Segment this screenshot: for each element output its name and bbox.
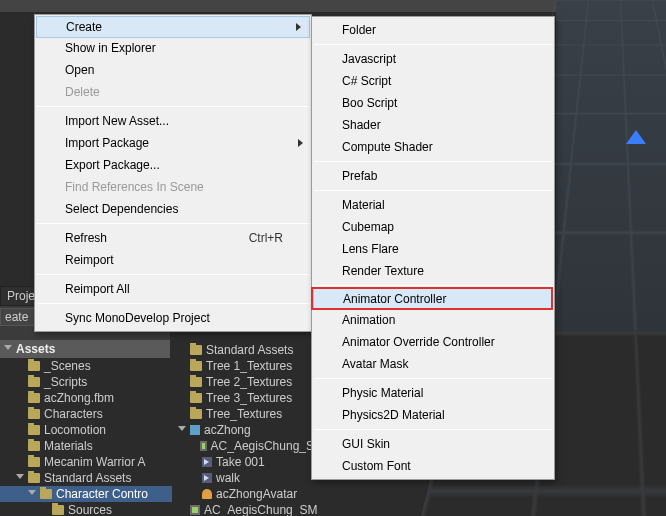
tree-item-label: _Scenes [44, 359, 91, 373]
expand-arrow-icon[interactable] [28, 490, 36, 499]
tree-row[interactable]: Locomotion [0, 422, 172, 438]
menu-item-reimport[interactable]: Reimport [35, 249, 311, 271]
tree-row[interactable]: walk [174, 470, 324, 486]
tree-row[interactable]: Standard Assets [0, 470, 172, 486]
assets-tree-right[interactable]: Standard AssetsTree 1_TexturesTree 2_Tex… [174, 342, 324, 516]
tree-row[interactable]: Tree 2_Textures [174, 374, 324, 390]
menu-item-label: Boo Script [342, 96, 397, 110]
tree-item-label: Take 001 [216, 455, 265, 469]
menu-item-animator-controller[interactable]: Animator Controller [313, 288, 553, 310]
anim-icon [190, 505, 200, 515]
menu-item-import-package[interactable]: Import Package [35, 132, 311, 154]
tree-row[interactable]: _Scripts [0, 374, 172, 390]
menu-item-c-script[interactable]: C# Script [312, 70, 554, 92]
folder-icon [190, 393, 202, 403]
menu-item-label: Find References In Scene [65, 180, 204, 194]
menu-separator [37, 106, 309, 107]
menu-item-label: Sync MonoDevelop Project [65, 311, 210, 325]
tree-row[interactable]: Standard Assets [174, 342, 324, 358]
menu-item-show-in-explorer[interactable]: Show in Explorer [35, 37, 311, 59]
menu-item-label: Import New Asset... [65, 114, 169, 128]
scene-viewport[interactable] [556, 0, 666, 330]
z-axis-gizmo-icon[interactable] [626, 130, 646, 144]
menu-item-export-package[interactable]: Export Package... [35, 154, 311, 176]
menu-item-compute-shader[interactable]: Compute Shader [312, 136, 554, 158]
tree-row[interactable]: Tree 1_Textures [174, 358, 324, 374]
menu-item-refresh[interactable]: RefreshCtrl+R [35, 227, 311, 249]
tree-item-label: Tree 1_Textures [206, 359, 292, 373]
menu-item-render-texture[interactable]: Render Texture [312, 260, 554, 282]
tree-row[interactable]: _Scenes [0, 358, 172, 374]
tree-row[interactable]: Characters [0, 406, 172, 422]
menu-item-folder[interactable]: Folder [312, 19, 554, 41]
menu-separator [314, 161, 552, 162]
menu-item-prefab[interactable]: Prefab [312, 165, 554, 187]
menu-item-material[interactable]: Material [312, 194, 554, 216]
tree-row[interactable]: Mecanim Warrior A [0, 454, 172, 470]
folder-icon [190, 377, 202, 387]
menu-item-lens-flare[interactable]: Lens Flare [312, 238, 554, 260]
tree-row[interactable]: Take 001 [174, 454, 324, 470]
menu-separator [37, 303, 309, 304]
menu-item-sync-monodevelop-project[interactable]: Sync MonoDevelop Project [35, 307, 311, 329]
cube-icon [190, 425, 200, 435]
menu-item-label: Import Package [65, 136, 149, 150]
menu-item-label: Export Package... [65, 158, 160, 172]
tree-row[interactable]: Sources [0, 502, 172, 516]
chevron-down-icon [4, 345, 12, 354]
menu-shortcut: Ctrl+R [249, 231, 283, 245]
menu-item-select-dependencies[interactable]: Select Dependencies [35, 198, 311, 220]
tree-row[interactable]: acZhong.fbm [0, 390, 172, 406]
menu-separator [314, 44, 552, 45]
folder-icon [28, 457, 40, 467]
menu-item-import-new-asset[interactable]: Import New Asset... [35, 110, 311, 132]
menu-item-label: Create [66, 20, 102, 34]
menu-item-label: Reimport [65, 253, 114, 267]
context-menu: CreateShow in ExplorerOpenDeleteImport N… [34, 14, 312, 332]
menu-item-cubemap[interactable]: Cubemap [312, 216, 554, 238]
menu-item-javascript[interactable]: Javascript [312, 48, 554, 70]
clip-icon [202, 457, 212, 467]
menu-item-label: Physics2D Material [342, 408, 445, 422]
menu-item-boo-script[interactable]: Boo Script [312, 92, 554, 114]
menu-item-gui-skin[interactable]: GUI Skin [312, 433, 554, 455]
menu-item-reimport-all[interactable]: Reimport All [35, 278, 311, 300]
tree-row[interactable]: AC_AegisChung_SM [174, 438, 324, 454]
menu-item-physic-material[interactable]: Physic Material [312, 382, 554, 404]
menu-item-physics2d-material[interactable]: Physics2D Material [312, 404, 554, 426]
menu-item-animator-override-controller[interactable]: Animator Override Controller [312, 331, 554, 353]
tree-row[interactable]: AC_AegisChung_SM [174, 502, 324, 516]
anim-icon [200, 441, 207, 451]
expand-arrow-icon[interactable] [16, 474, 24, 483]
menu-item-delete: Delete [35, 81, 311, 103]
menu-item-label: Select Dependencies [65, 202, 178, 216]
assets-header[interactable]: Assets [0, 340, 170, 358]
submenu-arrow-icon [296, 23, 301, 31]
tree-row[interactable]: Character Contro [0, 486, 172, 502]
menu-item-label: Animator Controller [343, 292, 446, 306]
menu-item-animation[interactable]: Animation [312, 309, 554, 331]
tree-row[interactable]: Tree_Textures [174, 406, 324, 422]
tree-row[interactable]: Materials [0, 438, 172, 454]
menu-item-label: Animator Override Controller [342, 335, 495, 349]
menu-item-label: Lens Flare [342, 242, 399, 256]
tree-row[interactable]: Tree 3_Textures [174, 390, 324, 406]
menu-item-custom-font[interactable]: Custom Font [312, 455, 554, 477]
menu-item-label: Avatar Mask [342, 357, 408, 371]
tree-row[interactable]: acZhong [174, 422, 324, 438]
create-submenu: FolderJavascriptC# ScriptBoo ScriptShade… [311, 16, 555, 480]
tree-item-label: Tree 2_Textures [206, 375, 292, 389]
menu-item-open[interactable]: Open [35, 59, 311, 81]
assets-tree-left[interactable]: _Scenes_ScriptsacZhong.fbmCharactersLoco… [0, 358, 172, 516]
expand-arrow-icon[interactable] [178, 426, 186, 435]
create-label: eate [1, 310, 28, 324]
tree-item-label: Character Contro [56, 487, 148, 501]
assets-header-label: Assets [16, 342, 55, 356]
menu-item-avatar-mask[interactable]: Avatar Mask [312, 353, 554, 375]
tree-row[interactable]: acZhongAvatar [174, 486, 324, 502]
tree-item-label: Materials [44, 439, 93, 453]
menu-item-shader[interactable]: Shader [312, 114, 554, 136]
tree-item-label: acZhongAvatar [216, 487, 297, 501]
menu-item-create[interactable]: Create [36, 16, 310, 38]
folder-icon [28, 425, 40, 435]
